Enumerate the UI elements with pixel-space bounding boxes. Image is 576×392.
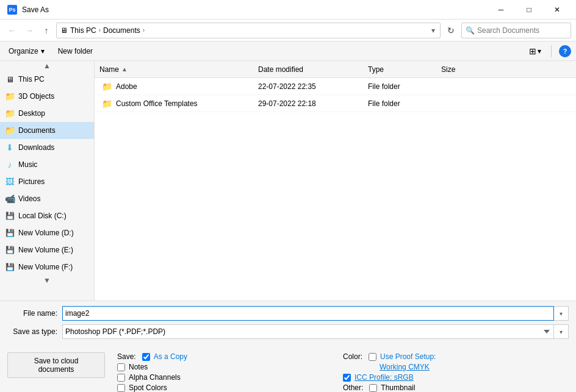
filename-dropdown-button[interactable]: ▾	[554, 306, 569, 321]
maximize-button[interactable]: □	[515, 0, 543, 20]
use-proof-checkbox[interactable]	[369, 353, 376, 361]
filename-label: File name:	[7, 309, 62, 318]
sidebar-item-label: 3D Objects	[18, 92, 54, 101]
sidebar-item-new-volume-d[interactable]: 💾 New Volume (D:)	[0, 224, 94, 241]
organize-chevron-icon: ▾	[41, 47, 45, 55]
filename-input[interactable]	[62, 306, 554, 321]
working-cmyk-label: Working CMYK	[380, 363, 430, 371]
main-area: ▲ 🖥 This PC 📁 3D Objects 📁 Desktop 📁 Doc…	[0, 61, 576, 301]
3d-folder-icon: 📁	[5, 91, 15, 101]
sidebar-item-videos[interactable]: 📹 Videos	[0, 190, 94, 207]
color-label: Color:	[343, 352, 362, 361]
save-options: Save: As a Copy Notes Alpha Channels Spo…	[105, 352, 343, 392]
sidebar-item-desktop[interactable]: 📁 Desktop	[0, 105, 94, 122]
sidebar-item-documents[interactable]: 📁 Documents	[0, 122, 94, 139]
disk-c-icon: 💾	[5, 211, 15, 221]
saveastype-dropdown-button[interactable]: ▾	[554, 324, 569, 339]
title-bar-left: Ps Save As	[7, 5, 49, 15]
address-part-pc: 🖥 This PC › Documents ›	[60, 26, 145, 35]
disk-d-icon: 💾	[5, 228, 15, 238]
title-bar: Ps Save As ─ □ ✕	[0, 0, 576, 20]
sidebar-item-downloads[interactable]: ⬇ Downloads	[0, 139, 94, 156]
color-options: Color: Use Proof Setup: Working CMYK ICC…	[343, 352, 569, 392]
address-toolbar: ← → ↑ 🖥 This PC › Documents › ▾ ↻ 🔍	[0, 20, 576, 41]
refresh-button[interactable]: ↻	[443, 23, 459, 38]
sidebar-item-label: New Volume (D:)	[18, 229, 74, 237]
sidebar-item-pictures[interactable]: 🖼 Pictures	[0, 173, 94, 190]
sort-arrow-icon: ▲	[121, 66, 128, 73]
sidebar-item-label: Pictures	[18, 177, 45, 186]
options-row: Save to cloud documents Save: As a Copy …	[0, 347, 576, 392]
file-row-custom-office[interactable]: 📁 Custom Office Templates 29-07-2022 22:…	[95, 95, 576, 112]
notes-row: Notes	[117, 363, 343, 371]
spot-colors-checkbox[interactable]	[117, 384, 125, 392]
thumbnail-row: Other: Thumbnail	[343, 383, 569, 392]
saveastype-select[interactable]: Photoshop PDF (*.PDF;*.PDP)	[62, 324, 554, 339]
column-header-name[interactable]: Name ▲	[95, 65, 253, 74]
search-box: 🔍	[461, 23, 571, 38]
sidebar-item-local-disk-c[interactable]: 💾 Local Disk (C:)	[0, 207, 94, 224]
file-list-header: Name ▲ Date modified Type Size	[95, 61, 576, 78]
sidebar-item-label: New Volume (F:)	[18, 263, 73, 271]
up-button[interactable]: ↑	[39, 23, 54, 38]
disk-e-icon: 💾	[5, 245, 15, 255]
back-button[interactable]: ←	[5, 23, 20, 38]
spot-colors-label: Spot Colors	[129, 383, 167, 392]
sidebar-item-label: Downloads	[18, 143, 54, 152]
close-button[interactable]: ✕	[543, 0, 571, 20]
toolbar-separator	[551, 45, 552, 57]
other-label: Other:	[343, 383, 363, 392]
disk-f-icon: 💾	[5, 262, 15, 272]
minimize-button[interactable]: ─	[487, 0, 515, 20]
sidebar-scroll-down[interactable]: ▼	[0, 276, 94, 285]
sidebar-item-label: Desktop	[18, 109, 45, 118]
sidebar-item-label: Documents	[18, 126, 56, 135]
pc-icon: 🖥	[5, 74, 15, 84]
file-row-adobe[interactable]: 📁 Adobe 22-07-2022 22:35 File folder	[95, 78, 576, 95]
sidebar-item-music[interactable]: ♪ Music	[0, 156, 94, 173]
alpha-channels-row: Alpha Channels	[117, 373, 343, 382]
sidebar-item-label: Music	[18, 160, 37, 169]
as-a-copy-checkbox[interactable]	[142, 353, 150, 361]
sidebar-scroll-up[interactable]: ▲	[0, 61, 94, 71]
sidebar-item-new-volume-e[interactable]: 💾 New Volume (E:)	[0, 241, 94, 258]
column-header-size[interactable]: Size	[436, 65, 485, 74]
organize-toolbar: Organize ▾ New folder ⊞ ▾ ?	[0, 41, 576, 61]
use-proof-row: Color: Use Proof Setup:	[343, 352, 569, 361]
address-bar[interactable]: 🖥 This PC › Documents › ▾	[56, 23, 441, 38]
spot-colors-row: Spot Colors	[117, 383, 343, 392]
saveastype-label: Save as type:	[7, 327, 62, 336]
notes-checkbox[interactable]	[117, 363, 125, 371]
column-header-date[interactable]: Date modified	[253, 65, 363, 74]
view-button[interactable]: ⊞ ▾	[527, 45, 544, 57]
sidebar-item-3d-objects[interactable]: 📁 3D Objects	[0, 88, 94, 105]
sidebar-item-label: New Volume (E:)	[18, 246, 73, 254]
thumbnail-checkbox[interactable]	[369, 384, 377, 392]
as-a-copy-link[interactable]: As a Copy	[154, 352, 187, 361]
videos-icon: 📹	[5, 194, 15, 204]
sidebar-item-label: Videos	[18, 194, 40, 203]
address-dropdown-button[interactable]: ▾	[430, 26, 436, 35]
as-a-copy-label: As a Copy	[154, 352, 187, 361]
sidebar-item-new-volume-f[interactable]: 💾 New Volume (F:)	[0, 258, 94, 276]
saveastype-row: Save as type: Photoshop PDF (*.PDF;*.PDP…	[7, 324, 569, 339]
thumbnail-label: Thumbnail	[381, 383, 415, 392]
icc-profile-checkbox[interactable]	[343, 374, 351, 382]
forward-button[interactable]: →	[22, 23, 37, 38]
icc-profile-label: ICC Profile: sRGB	[355, 373, 414, 382]
icc-profile-row: ICC Profile: sRGB	[343, 373, 569, 382]
organize-button[interactable]: Organize ▾	[5, 46, 48, 57]
alpha-channels-label: Alpha Channels	[129, 373, 181, 382]
cloud-btn-area: Save to cloud documents	[7, 352, 105, 378]
help-button[interactable]: ?	[559, 45, 571, 57]
column-header-type[interactable]: Type	[363, 65, 436, 74]
new-folder-button[interactable]: New folder	[53, 46, 98, 57]
sidebar-item-this-pc[interactable]: 🖥 This PC	[0, 71, 94, 88]
alpha-channels-checkbox[interactable]	[117, 374, 125, 382]
folder-icon-custom: 📁	[102, 99, 112, 109]
use-proof-label: Use Proof Setup:	[380, 352, 436, 361]
search-input[interactable]	[477, 26, 567, 35]
folder-icon-adobe: 📁	[102, 82, 112, 91]
app-icon: Ps	[7, 5, 17, 15]
cloud-save-button[interactable]: Save to cloud documents	[7, 352, 105, 378]
